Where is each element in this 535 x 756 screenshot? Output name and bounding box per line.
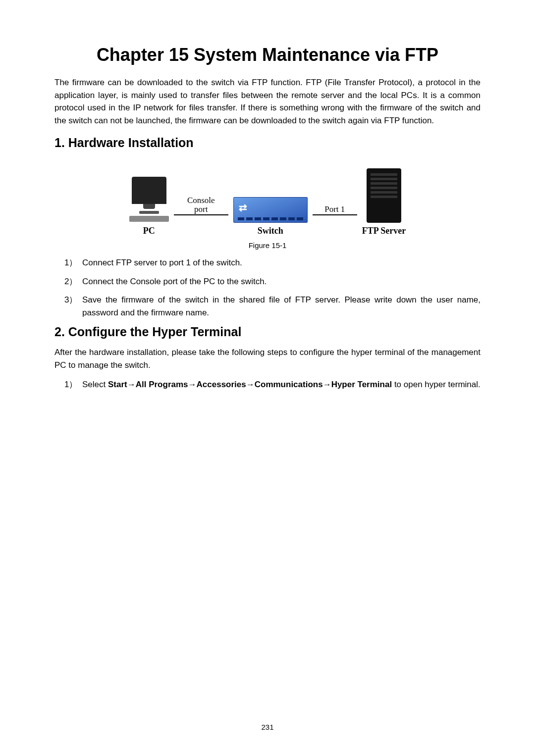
cable-line-icon: [313, 214, 357, 215]
chapter-title: Chapter 15 System Maintenance via FTP: [54, 45, 481, 65]
menu-path-all-programs: All Programs: [136, 380, 188, 389]
step-number: 2）: [64, 275, 77, 288]
list-item: 2） Connect the Console port of the PC to…: [82, 275, 481, 288]
menu-path-start: Start: [108, 380, 127, 389]
monitor-stand-icon: [139, 211, 159, 214]
step-number: 1）: [64, 256, 77, 269]
switch-block: ⇄ Switch: [233, 197, 308, 236]
ftp-server-block: FTP Server: [362, 168, 406, 236]
cable-line-icon: [174, 214, 228, 215]
intro-paragraph: The firmware can be downloaded to the sw…: [54, 76, 481, 127]
step-number: 1）: [64, 378, 77, 391]
step-text: Save the firmware of the switch in the s…: [82, 295, 481, 317]
pc-block: PC: [129, 177, 169, 236]
figure-caption: Figure 15-1: [54, 241, 481, 250]
step-text: Connect FTP server to port 1 of the swit…: [82, 258, 242, 267]
server-icon: [367, 168, 401, 223]
section2-steps: 1） Select Start→All Programs→Accessories…: [54, 378, 481, 391]
menu-path-communications: Communications: [255, 380, 323, 389]
section2-intro: After the hardware installation, please …: [54, 346, 481, 371]
switch-arrows-icon: ⇄: [239, 202, 247, 213]
console-cable-area: Console port: [169, 196, 233, 236]
arrow-icon: →: [323, 380, 331, 389]
ftp-server-label: FTP Server: [362, 226, 406, 236]
list-item: 1） Connect FTP server to port 1 of the s…: [82, 256, 481, 269]
page-number: 231: [261, 723, 273, 731]
arrow-icon: →: [188, 380, 197, 389]
switch-ports-icon: [238, 217, 303, 220]
console-port-label-line2: port: [194, 205, 208, 214]
menu-path-hyper-terminal: Hyper Terminal: [331, 380, 392, 389]
step-number: 3）: [64, 294, 77, 306]
keyboard-icon: [129, 216, 169, 222]
menu-path-accessories: Accessories: [197, 380, 246, 389]
port1-cable-area: Port 1: [308, 205, 362, 236]
switch-icon: ⇄: [233, 197, 308, 223]
hardware-diagram: PC Console port ⇄ Switch Port 1 FTP Serv…: [54, 157, 481, 236]
pc-label: PC: [143, 226, 155, 236]
section1-heading: 1. Hardware Installation: [54, 136, 481, 150]
step-text-suffix: to open hyper terminal.: [394, 380, 481, 389]
console-port-label-line1: Console: [187, 196, 215, 205]
list-item: 3） Save the firmware of the switch in th…: [82, 294, 481, 319]
step-text-prefix: Select: [82, 380, 108, 389]
section1-steps: 1） Connect FTP server to port 1 of the s…: [54, 256, 481, 319]
arrow-icon: →: [246, 380, 255, 389]
switch-label: Switch: [258, 226, 283, 236]
step-text: Connect the Console port of the PC to th…: [82, 277, 267, 286]
list-item: 1） Select Start→All Programs→Accessories…: [82, 378, 481, 391]
arrow-icon: →: [127, 380, 136, 389]
port1-label: Port 1: [324, 205, 345, 214]
section2-heading: 2. Configure the Hyper Terminal: [54, 325, 481, 339]
monitor-icon: [132, 177, 166, 204]
